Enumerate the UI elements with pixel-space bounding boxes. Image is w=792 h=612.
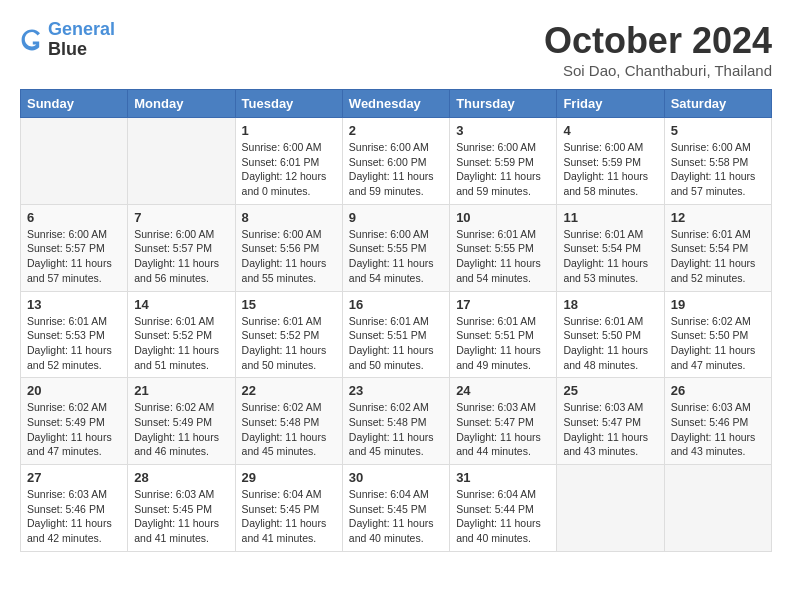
- calendar-cell: 12Sunrise: 6:01 AM Sunset: 5:54 PM Dayli…: [664, 204, 771, 291]
- calendar-cell: 25Sunrise: 6:03 AM Sunset: 5:47 PM Dayli…: [557, 378, 664, 465]
- calendar-cell: 9Sunrise: 6:00 AM Sunset: 5:55 PM Daylig…: [342, 204, 449, 291]
- calendar-cell: 22Sunrise: 6:02 AM Sunset: 5:48 PM Dayli…: [235, 378, 342, 465]
- calendar-cell: 26Sunrise: 6:03 AM Sunset: 5:46 PM Dayli…: [664, 378, 771, 465]
- logo: General Blue: [20, 20, 115, 60]
- calendar-cell: 10Sunrise: 6:01 AM Sunset: 5:55 PM Dayli…: [450, 204, 557, 291]
- calendar-cell: 15Sunrise: 6:01 AM Sunset: 5:52 PM Dayli…: [235, 291, 342, 378]
- weekday-header-friday: Friday: [557, 90, 664, 118]
- day-info: Sunrise: 6:01 AM Sunset: 5:52 PM Dayligh…: [134, 314, 228, 373]
- day-info: Sunrise: 6:03 AM Sunset: 5:45 PM Dayligh…: [134, 487, 228, 546]
- day-number: 3: [456, 123, 550, 138]
- calendar-cell: 1Sunrise: 6:00 AM Sunset: 6:01 PM Daylig…: [235, 118, 342, 205]
- day-info: Sunrise: 6:00 AM Sunset: 5:58 PM Dayligh…: [671, 140, 765, 199]
- calendar-cell: 23Sunrise: 6:02 AM Sunset: 5:48 PM Dayli…: [342, 378, 449, 465]
- weekday-header-saturday: Saturday: [664, 90, 771, 118]
- logo-text: General Blue: [48, 20, 115, 60]
- day-number: 2: [349, 123, 443, 138]
- calendar-cell: 30Sunrise: 6:04 AM Sunset: 5:45 PM Dayli…: [342, 465, 449, 552]
- logo-icon: [20, 28, 44, 52]
- day-number: 6: [27, 210, 121, 225]
- day-number: 5: [671, 123, 765, 138]
- week-row-5: 27Sunrise: 6:03 AM Sunset: 5:46 PM Dayli…: [21, 465, 772, 552]
- day-info: Sunrise: 6:01 AM Sunset: 5:53 PM Dayligh…: [27, 314, 121, 373]
- day-info: Sunrise: 6:00 AM Sunset: 5:59 PM Dayligh…: [456, 140, 550, 199]
- day-number: 15: [242, 297, 336, 312]
- calendar-cell: 28Sunrise: 6:03 AM Sunset: 5:45 PM Dayli…: [128, 465, 235, 552]
- day-info: Sunrise: 6:00 AM Sunset: 5:55 PM Dayligh…: [349, 227, 443, 286]
- calendar-cell: 7Sunrise: 6:00 AM Sunset: 5:57 PM Daylig…: [128, 204, 235, 291]
- day-info: Sunrise: 6:02 AM Sunset: 5:48 PM Dayligh…: [242, 400, 336, 459]
- week-row-2: 6Sunrise: 6:00 AM Sunset: 5:57 PM Daylig…: [21, 204, 772, 291]
- day-number: 24: [456, 383, 550, 398]
- calendar-cell: 14Sunrise: 6:01 AM Sunset: 5:52 PM Dayli…: [128, 291, 235, 378]
- calendar-cell: 29Sunrise: 6:04 AM Sunset: 5:45 PM Dayli…: [235, 465, 342, 552]
- day-number: 4: [563, 123, 657, 138]
- calendar-cell: [557, 465, 664, 552]
- calendar-cell: 18Sunrise: 6:01 AM Sunset: 5:50 PM Dayli…: [557, 291, 664, 378]
- day-info: Sunrise: 6:02 AM Sunset: 5:50 PM Dayligh…: [671, 314, 765, 373]
- day-info: Sunrise: 6:01 AM Sunset: 5:54 PM Dayligh…: [563, 227, 657, 286]
- day-number: 7: [134, 210, 228, 225]
- day-number: 13: [27, 297, 121, 312]
- calendar-cell: 31Sunrise: 6:04 AM Sunset: 5:44 PM Dayli…: [450, 465, 557, 552]
- day-number: 22: [242, 383, 336, 398]
- calendar-cell: 8Sunrise: 6:00 AM Sunset: 5:56 PM Daylig…: [235, 204, 342, 291]
- day-number: 21: [134, 383, 228, 398]
- week-row-3: 13Sunrise: 6:01 AM Sunset: 5:53 PM Dayli…: [21, 291, 772, 378]
- day-number: 31: [456, 470, 550, 485]
- day-number: 9: [349, 210, 443, 225]
- day-number: 23: [349, 383, 443, 398]
- calendar-cell: 24Sunrise: 6:03 AM Sunset: 5:47 PM Dayli…: [450, 378, 557, 465]
- weekday-header-row: SundayMondayTuesdayWednesdayThursdayFrid…: [21, 90, 772, 118]
- calendar-cell: 20Sunrise: 6:02 AM Sunset: 5:49 PM Dayli…: [21, 378, 128, 465]
- day-info: Sunrise: 6:00 AM Sunset: 5:56 PM Dayligh…: [242, 227, 336, 286]
- day-number: 14: [134, 297, 228, 312]
- day-number: 16: [349, 297, 443, 312]
- day-number: 28: [134, 470, 228, 485]
- calendar-cell: 3Sunrise: 6:00 AM Sunset: 5:59 PM Daylig…: [450, 118, 557, 205]
- day-number: 19: [671, 297, 765, 312]
- calendar-cell: 27Sunrise: 6:03 AM Sunset: 5:46 PM Dayli…: [21, 465, 128, 552]
- day-info: Sunrise: 6:01 AM Sunset: 5:54 PM Dayligh…: [671, 227, 765, 286]
- calendar-cell: 16Sunrise: 6:01 AM Sunset: 5:51 PM Dayli…: [342, 291, 449, 378]
- day-info: Sunrise: 6:04 AM Sunset: 5:44 PM Dayligh…: [456, 487, 550, 546]
- calendar-cell: 19Sunrise: 6:02 AM Sunset: 5:50 PM Dayli…: [664, 291, 771, 378]
- day-info: Sunrise: 6:01 AM Sunset: 5:55 PM Dayligh…: [456, 227, 550, 286]
- day-number: 20: [27, 383, 121, 398]
- location-title: Soi Dao, Chanthaburi, Thailand: [544, 62, 772, 79]
- calendar-cell: 5Sunrise: 6:00 AM Sunset: 5:58 PM Daylig…: [664, 118, 771, 205]
- day-info: Sunrise: 6:01 AM Sunset: 5:51 PM Dayligh…: [456, 314, 550, 373]
- calendar-cell: 13Sunrise: 6:01 AM Sunset: 5:53 PM Dayli…: [21, 291, 128, 378]
- day-info: Sunrise: 6:02 AM Sunset: 5:49 PM Dayligh…: [134, 400, 228, 459]
- weekday-header-wednesday: Wednesday: [342, 90, 449, 118]
- day-number: 26: [671, 383, 765, 398]
- calendar-cell: 11Sunrise: 6:01 AM Sunset: 5:54 PM Dayli…: [557, 204, 664, 291]
- day-info: Sunrise: 6:03 AM Sunset: 5:47 PM Dayligh…: [563, 400, 657, 459]
- week-row-4: 20Sunrise: 6:02 AM Sunset: 5:49 PM Dayli…: [21, 378, 772, 465]
- day-number: 1: [242, 123, 336, 138]
- month-title: October 2024: [544, 20, 772, 62]
- day-info: Sunrise: 6:04 AM Sunset: 5:45 PM Dayligh…: [349, 487, 443, 546]
- calendar-cell: 17Sunrise: 6:01 AM Sunset: 5:51 PM Dayli…: [450, 291, 557, 378]
- day-number: 17: [456, 297, 550, 312]
- day-info: Sunrise: 6:03 AM Sunset: 5:46 PM Dayligh…: [671, 400, 765, 459]
- day-info: Sunrise: 6:01 AM Sunset: 5:52 PM Dayligh…: [242, 314, 336, 373]
- day-info: Sunrise: 6:00 AM Sunset: 5:59 PM Dayligh…: [563, 140, 657, 199]
- calendar-cell: 21Sunrise: 6:02 AM Sunset: 5:49 PM Dayli…: [128, 378, 235, 465]
- day-info: Sunrise: 6:00 AM Sunset: 6:00 PM Dayligh…: [349, 140, 443, 199]
- day-info: Sunrise: 6:02 AM Sunset: 5:49 PM Dayligh…: [27, 400, 121, 459]
- day-info: Sunrise: 6:00 AM Sunset: 6:01 PM Dayligh…: [242, 140, 336, 199]
- day-number: 29: [242, 470, 336, 485]
- day-info: Sunrise: 6:00 AM Sunset: 5:57 PM Dayligh…: [134, 227, 228, 286]
- calendar-cell: 6Sunrise: 6:00 AM Sunset: 5:57 PM Daylig…: [21, 204, 128, 291]
- weekday-header-thursday: Thursday: [450, 90, 557, 118]
- calendar-cell: 2Sunrise: 6:00 AM Sunset: 6:00 PM Daylig…: [342, 118, 449, 205]
- day-info: Sunrise: 6:02 AM Sunset: 5:48 PM Dayligh…: [349, 400, 443, 459]
- day-number: 25: [563, 383, 657, 398]
- week-row-1: 1Sunrise: 6:00 AM Sunset: 6:01 PM Daylig…: [21, 118, 772, 205]
- day-info: Sunrise: 6:03 AM Sunset: 5:46 PM Dayligh…: [27, 487, 121, 546]
- calendar-cell: 4Sunrise: 6:00 AM Sunset: 5:59 PM Daylig…: [557, 118, 664, 205]
- day-number: 10: [456, 210, 550, 225]
- weekday-header-tuesday: Tuesday: [235, 90, 342, 118]
- calendar-table: SundayMondayTuesdayWednesdayThursdayFrid…: [20, 89, 772, 552]
